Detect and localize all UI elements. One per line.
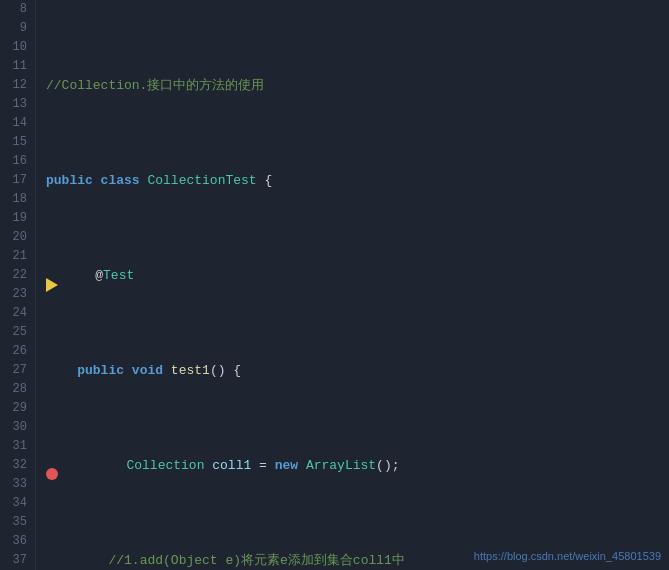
watermark: https://blog.csdn.net/weixin_45801539 [474,550,661,562]
code-line-8: //Collection.接口中的方法的使用 [44,76,669,95]
code-line-11: public void test1() { [44,361,669,380]
code-line-9: public class CollectionTest { [44,171,669,190]
line-numbers: 8 9 10 11 12 13 14 15 16 17 18 19 20 21 … [0,0,36,570]
code-editor: 8 9 10 11 12 13 14 15 16 17 18 19 20 21 … [0,0,669,570]
code-line-10: @Test [44,266,669,285]
code-lines[interactable]: //Collection.接口中的方法的使用 public class Coll… [36,0,669,570]
code-line-12: Collection coll1 = new ArrayList(); [44,456,669,475]
